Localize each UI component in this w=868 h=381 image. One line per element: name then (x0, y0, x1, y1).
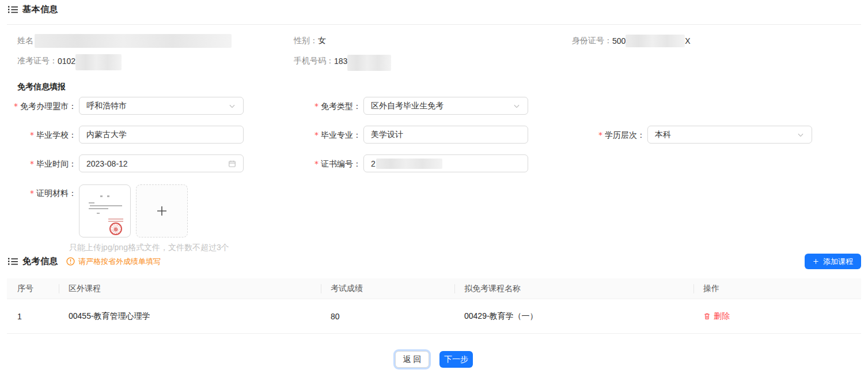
major-value: 美学设计 (371, 130, 521, 140)
required-asterisk: * (314, 159, 319, 168)
header-external-course: 区外课程 (59, 278, 321, 299)
gender-label: 性别： (294, 36, 318, 46)
cert-no-value: 2 (371, 159, 521, 169)
major-label: *毕业专业： (253, 130, 361, 141)
chevron-down-icon (228, 102, 236, 110)
exam-type-value: 区外自考毕业生免考 (371, 101, 513, 111)
school-value: 内蒙古大学 (86, 130, 236, 140)
warning-text: 请严格按省外成绩单填写 (78, 256, 161, 267)
ticket-row: 准考证号： 0102 (17, 55, 122, 67)
materials-label: *证明材料： (0, 188, 77, 199)
id-number-prefix: 500 (612, 36, 626, 46)
id-number-redacted (626, 35, 685, 47)
add-course-button[interactable]: 添加课程 (805, 254, 861, 269)
header-action: 操作 (694, 278, 861, 299)
list-icon (8, 256, 18, 266)
chevron-down-icon (513, 102, 521, 110)
cert-no-input[interactable]: 2 (363, 154, 528, 172)
id-number-suffix: X (685, 36, 690, 46)
name-row: 姓名 (17, 35, 232, 47)
cert-no-label: *证书编号： (253, 159, 361, 169)
upload-add-button[interactable] (136, 184, 188, 237)
table-row: 1 00455-教育管理心理学 80 00429-教育学（一） 删除 (7, 299, 861, 334)
chevron-down-icon (797, 131, 805, 139)
exemption-info-header: 免考信息 请严格按省外成绩单填写 (8, 256, 161, 267)
exemption-course-table: 序号 区外课程 考试成绩 拟免考课程名称 操作 1 00455-教育管理心理学 … (7, 278, 861, 334)
red-seal-icon (109, 222, 122, 235)
id-number-label: 身份证号： (572, 36, 612, 46)
required-asterisk: * (598, 130, 602, 139)
phone-redacted (347, 55, 391, 71)
form-subtitle: 免考信息填报 (17, 82, 66, 92)
section-title-exemption: 免考信息 (22, 256, 58, 267)
upload-thumbnail[interactable] (79, 184, 131, 237)
table-header-row: 序号 区外课程 考试成绩 拟免考课程名称 操作 (7, 278, 861, 299)
required-asterisk: * (314, 130, 319, 139)
list-icon (8, 5, 18, 14)
calendar-icon (228, 160, 236, 168)
degree-label: *学历层次： (541, 130, 645, 141)
ticket-prefix: 0102 (58, 56, 75, 66)
gender-value: 女 (318, 36, 326, 46)
next-step-button[interactable]: 下一步 (439, 351, 473, 368)
plus-icon (155, 204, 169, 218)
required-asterisk: * (30, 130, 34, 139)
league-label: *免考办理盟市： (0, 101, 77, 112)
name-label: 姓名 (17, 36, 33, 46)
basic-info-header: 基本信息 (8, 4, 58, 15)
ticket-label: 准考证号： (17, 56, 58, 66)
id-number-row: 身份证号： 500 X (572, 35, 691, 47)
cell-target-course: 00429-教育学（一） (455, 299, 694, 333)
degree-value: 本科 (655, 130, 797, 140)
cell-seq: 1 (7, 299, 59, 333)
required-asterisk: * (30, 159, 34, 168)
plus-icon (813, 258, 819, 265)
league-select[interactable]: 呼和浩特市 (79, 97, 244, 115)
grad-date-label: *毕业时间： (0, 159, 77, 169)
header-target-course: 拟免考课程名称 (455, 278, 694, 299)
ticket-redacted (75, 54, 122, 70)
grad-date-input[interactable]: 2023-08-12 (79, 154, 244, 172)
phone-prefix: 183 (334, 56, 347, 66)
upload-hint: 只能上传jpg/png格式文件，文件数不超过3个 (69, 243, 229, 253)
grad-date-value: 2023-08-12 (86, 159, 228, 168)
trash-icon (703, 312, 711, 320)
cert-no-redacted (376, 159, 442, 169)
delete-course-button[interactable]: 删除 (703, 311, 730, 322)
delete-label: 删除 (714, 311, 730, 322)
header-score: 考试成绩 (321, 278, 455, 299)
league-value: 呼和浩特市 (86, 101, 228, 111)
exam-type-select[interactable]: 区外自考毕业生免考 (363, 97, 528, 115)
phone-label: 手机号码： (294, 56, 334, 66)
cell-score: 80 (321, 299, 455, 333)
school-label: *毕业学校： (0, 130, 77, 141)
header-divider (7, 24, 861, 25)
required-asterisk: * (14, 101, 18, 111)
major-input[interactable]: 美学设计 (363, 126, 528, 144)
exam-type-label: *免考类型： (253, 101, 361, 112)
warning-icon (66, 257, 75, 266)
add-course-label: 添加课程 (823, 256, 853, 267)
header-seq: 序号 (7, 278, 59, 299)
degree-select[interactable]: 本科 (647, 126, 812, 144)
name-redacted-value (35, 34, 232, 48)
page: 基本信息 姓名 性别： 女 身份证号： 500 X 准考证号： 0102 手机号… (0, 0, 868, 381)
required-asterisk: * (314, 101, 319, 111)
cell-action: 删除 (694, 299, 861, 333)
warning-message: 请严格按省外成绩单填写 (66, 256, 161, 267)
cell-external-course: 00455-教育管理心理学 (59, 299, 321, 333)
phone-row: 手机号码： 183 (294, 55, 391, 67)
section-title-basic: 基本信息 (22, 4, 58, 15)
certificate-document-preview (84, 190, 126, 232)
school-input[interactable]: 内蒙古大学 (79, 126, 244, 144)
required-asterisk: * (30, 188, 34, 198)
back-button[interactable]: 返 回 (395, 351, 429, 368)
gender-row: 性别： 女 (294, 35, 326, 47)
